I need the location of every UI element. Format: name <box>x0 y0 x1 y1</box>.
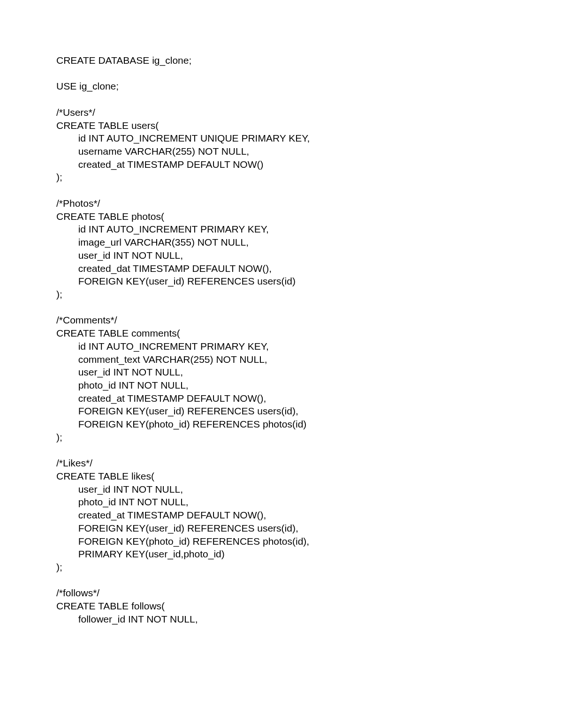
sql-code-block: CREATE DATABASE ig_clone; USE ig_clone; … <box>56 55 310 624</box>
document-page: CREATE DATABASE ig_clone; USE ig_clone; … <box>0 0 563 728</box>
